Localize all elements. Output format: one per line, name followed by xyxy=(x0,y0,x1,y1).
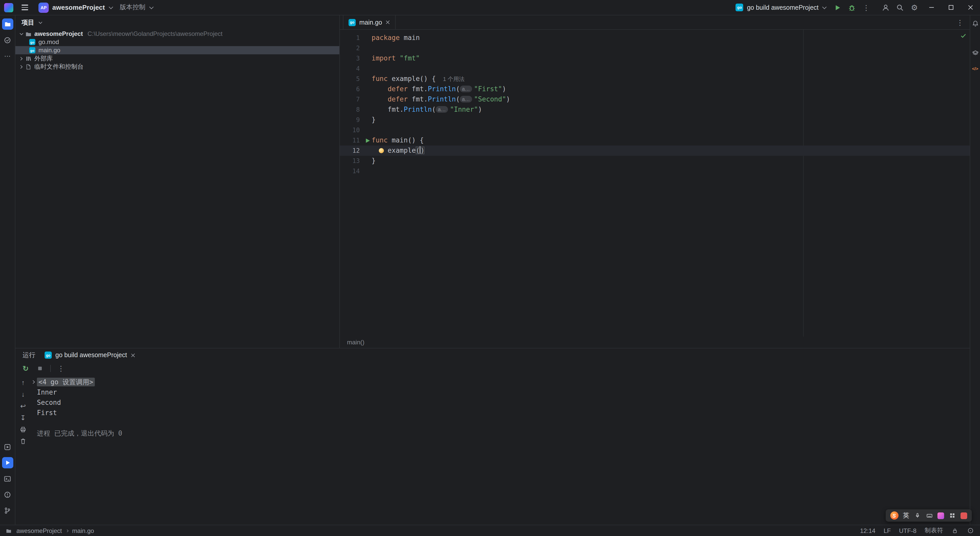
code-line[interactable]: } xyxy=(372,156,970,166)
chevron-right-icon[interactable] xyxy=(19,57,22,60)
encoding-widget[interactable]: UTF-8 xyxy=(899,527,916,534)
editor-code[interactable]: package mainimport "fmt"func example() {… xyxy=(372,30,970,337)
chevron-right-icon[interactable] xyxy=(19,65,22,68)
code-line[interactable]: defer fmt.Println(a…"First") xyxy=(372,84,970,94)
code-line[interactable]: example() xyxy=(372,146,970,156)
tree-item-project-root[interactable]: awesomeProject C:\Users\meowr\GolandProj… xyxy=(15,30,339,38)
gutter-line[interactable]: 4 xyxy=(340,64,372,74)
code-line[interactable]: func example() {1 个用法 xyxy=(372,74,970,84)
main-menu-button[interactable] xyxy=(19,3,30,12)
tree-item-external-libraries[interactable]: 外部库 xyxy=(15,54,339,62)
code-line[interactable] xyxy=(372,64,970,74)
ime-toolbox-icon[interactable] xyxy=(961,512,967,519)
problems-tool-button[interactable] xyxy=(2,489,13,500)
soft-wrap-icon[interactable]: ↩ xyxy=(19,402,27,410)
git-branch-icon[interactable] xyxy=(2,505,13,516)
down-stack-icon[interactable]: ↓ xyxy=(19,390,27,398)
project-tool-button[interactable] xyxy=(2,18,13,30)
code-line[interactable]: } xyxy=(372,115,970,125)
breadcrumb-item[interactable]: main() xyxy=(347,339,364,346)
code-line[interactable]: fmt.Println(a…"Inner") xyxy=(372,105,970,115)
more-tool-windows-button[interactable]: ⋯ xyxy=(2,50,13,62)
stop-button[interactable] xyxy=(36,364,44,372)
gutter-line[interactable]: 3 xyxy=(340,53,372,64)
tree-item-main-go[interactable]: go main.go xyxy=(15,46,339,54)
run-tab[interactable]: go go build awesomeProject xyxy=(45,352,135,359)
tree-item-go-mod[interactable]: go go.mod xyxy=(15,38,339,46)
gutter-line[interactable]: 5 xyxy=(340,74,372,84)
ime-keyboard-icon[interactable] xyxy=(926,512,933,519)
project-panel-header[interactable]: 项目 xyxy=(15,15,339,30)
indent-widget[interactable]: 制表符 xyxy=(924,526,943,535)
gutter-line[interactable]: 12 xyxy=(340,146,372,156)
services-tool-button[interactable] xyxy=(2,441,13,452)
code-line[interactable]: func main() { xyxy=(372,135,970,146)
up-stack-icon[interactable]: ↑ xyxy=(19,378,27,386)
usage-inlay[interactable]: 1 个用法 xyxy=(443,76,465,82)
fold-chevron-icon[interactable] xyxy=(31,380,35,384)
gutter-line[interactable]: 14 xyxy=(340,166,372,176)
gutter-line[interactable]: 6 xyxy=(340,84,372,94)
sogou-logo-icon[interactable]: S xyxy=(890,511,898,520)
settings-gear-icon[interactable]: ⚙ xyxy=(907,0,921,15)
minimize-button[interactable] xyxy=(921,0,941,15)
project-widget[interactable]: AP awesomeProject xyxy=(37,1,113,14)
layers-tool-icon[interactable] xyxy=(971,49,979,57)
caret-position-widget[interactable]: 12:14 xyxy=(860,527,875,534)
search-everywhere-icon[interactable] xyxy=(893,0,907,15)
gutter-line[interactable]: 9 xyxy=(340,115,372,125)
rerun-button[interactable]: ↻ xyxy=(22,364,30,372)
clear-console-icon[interactable] xyxy=(19,437,27,445)
param-hint-inlay[interactable]: a… xyxy=(460,96,472,102)
terminal-tool-button[interactable] xyxy=(2,473,13,484)
run-config-widget[interactable]: go go build awesomeProject xyxy=(731,3,830,11)
notifications-bell-icon[interactable] xyxy=(971,19,979,28)
editor-tab-main-go[interactable]: go main.go xyxy=(343,15,396,29)
gutter-line[interactable]: 11 xyxy=(340,135,372,146)
close-tab-icon[interactable] xyxy=(386,20,390,25)
param-hint-inlay[interactable]: a… xyxy=(460,86,472,92)
debug-button[interactable] xyxy=(845,0,859,15)
scroll-to-end-icon[interactable]: ↧ xyxy=(19,414,27,422)
gutter-line[interactable]: 10 xyxy=(340,125,372,135)
ime-skin-icon[interactable] xyxy=(937,512,944,519)
close-run-tab-icon[interactable] xyxy=(130,353,135,358)
run-tool-button[interactable] xyxy=(2,457,13,468)
gutter-line[interactable]: 1 xyxy=(340,33,372,43)
ime-grid-icon[interactable] xyxy=(949,512,956,519)
run-more-options-button[interactable]: ⋮ xyxy=(57,364,65,372)
status-project-crumb[interactable]: awesomeProject xyxy=(16,527,62,534)
gutter-line[interactable]: 2 xyxy=(340,43,372,53)
maximize-button[interactable] xyxy=(941,0,961,15)
code-tool-icon[interactable]: </> xyxy=(971,65,979,73)
console-output[interactable]: <4 go 设置调用>InnerSecondFirst 进程 已完成，退出代码为… xyxy=(31,375,970,525)
vcs-widget[interactable]: 版本控制 xyxy=(120,3,152,12)
code-line[interactable] xyxy=(372,166,970,176)
ime-mic-icon[interactable] xyxy=(914,512,921,519)
close-button[interactable] xyxy=(961,0,980,15)
gutter-line[interactable]: 8 xyxy=(340,105,372,115)
status-info-icon[interactable] xyxy=(967,527,974,534)
code-line[interactable]: package main xyxy=(372,33,970,43)
line-separator-widget[interactable]: LF xyxy=(884,527,891,534)
commit-tool-button[interactable] xyxy=(2,34,13,46)
tree-item-scratches[interactable]: 临时文件和控制台 xyxy=(15,62,339,71)
run-button[interactable] xyxy=(830,0,845,15)
run-panel-title[interactable]: 运行 xyxy=(22,351,35,359)
code-line[interactable]: defer fmt.Println(a…"Second") xyxy=(372,94,970,105)
inspections-ok-icon[interactable] xyxy=(960,32,967,39)
chevron-down-icon[interactable] xyxy=(20,31,23,35)
readonly-lock-icon[interactable] xyxy=(951,527,958,534)
run-line-icon[interactable] xyxy=(363,138,372,143)
code-with-me-icon[interactable] xyxy=(878,0,893,15)
ime-mode-indicator[interactable]: 英 xyxy=(903,511,909,520)
code-line[interactable] xyxy=(372,43,970,53)
code-line[interactable]: import "fmt" xyxy=(372,53,970,64)
console-line[interactable]: <4 go 设置调用> xyxy=(37,377,970,387)
gutter-line[interactable]: 7 xyxy=(340,94,372,105)
print-icon[interactable] xyxy=(19,425,27,434)
param-hint-inlay[interactable]: a… xyxy=(436,106,448,113)
more-actions-button[interactable]: ⋮ xyxy=(859,0,873,15)
status-file-crumb[interactable]: main.go xyxy=(72,527,94,534)
intention-bulb-icon[interactable] xyxy=(379,148,384,153)
